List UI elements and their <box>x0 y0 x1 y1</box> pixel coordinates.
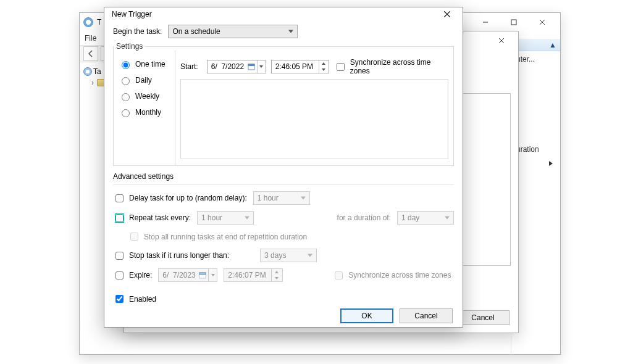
start-date-field[interactable] <box>208 60 246 73</box>
begin-task-label: Begin the task: <box>113 27 162 36</box>
expire-check[interactable]: Expire: <box>113 270 152 281</box>
collapse-up-icon[interactable]: ▲ <box>549 41 556 49</box>
sync-timezones-2-check: Synchronize across time zones <box>332 270 451 281</box>
dlg-title-text: New Trigger <box>112 10 152 19</box>
delay-select[interactable]: 1 hour <box>253 191 310 205</box>
stop-all-checkbox <box>130 233 138 241</box>
freq-monthly[interactable]: Monthly <box>119 107 170 117</box>
svg-rect-9 <box>248 64 254 66</box>
start-date-input[interactable] <box>207 60 266 73</box>
delay-checkbox[interactable] <box>115 194 124 202</box>
time-spinner[interactable] <box>319 60 329 73</box>
close-button[interactable] <box>528 13 556 31</box>
radio-one-time[interactable] <box>122 61 130 69</box>
maximize-button[interactable] <box>500 13 528 31</box>
settings-legend: Settings <box>114 42 145 51</box>
advanced-settings-label: Advanced settings <box>113 172 454 181</box>
sync-checkbox[interactable] <box>337 63 345 71</box>
freq-daily[interactable]: Daily <box>119 75 170 85</box>
radio-daily[interactable] <box>122 77 130 85</box>
frequency-radios: One time Daily Weekly Monthly <box>114 51 175 165</box>
duration-select[interactable]: 1 day <box>397 211 454 225</box>
advanced-settings: Delay task for up to (random delay): 1 h… <box>113 184 454 305</box>
repeat-check[interactable]: Repeat task every: <box>113 212 191 224</box>
dlg-close-button[interactable] <box>437 7 458 21</box>
expire-time-field[interactable] <box>224 269 271 281</box>
play-icon <box>549 161 553 166</box>
stop-if-checkbox[interactable] <box>115 252 124 260</box>
svg-rect-11 <box>199 273 206 275</box>
delay-check[interactable]: Delay task for up to (random delay): <box>113 192 247 204</box>
enabled-checkbox[interactable] <box>115 295 124 303</box>
expire-date-dropdown[interactable] <box>208 269 217 281</box>
repeat-checkbox[interactable] <box>115 214 124 222</box>
date-dropdown-button[interactable] <box>257 60 266 73</box>
spin-down-icon[interactable] <box>319 67 329 73</box>
stop-all-check: Stop all running tasks at end of repetit… <box>128 231 307 242</box>
expire-date-input[interactable] <box>158 268 217 282</box>
start-label: Start: <box>180 62 202 71</box>
dlg-titlebar: New Trigger <box>104 7 463 21</box>
tree-root-label: Ta <box>93 67 101 76</box>
clock-small-icon <box>83 67 92 76</box>
freq-weekly[interactable]: Weekly <box>119 91 170 101</box>
enabled-check[interactable]: Enabled <box>113 293 156 305</box>
expire-time-spinner[interactable] <box>271 269 281 281</box>
mid-close-button[interactable] <box>487 33 516 49</box>
repeat-interval-select[interactable]: 1 hour <box>197 211 254 225</box>
mid-cancel-button[interactable]: Cancel <box>456 310 509 325</box>
expire-checkbox[interactable] <box>115 271 124 279</box>
calendar-icon <box>246 61 257 72</box>
dlg-footer: OK Cancel <box>104 305 463 327</box>
start-time-field[interactable] <box>272 60 319 73</box>
freq-one-time[interactable]: One time <box>119 59 170 69</box>
new-trigger-dialog: New Trigger Begin the task: On a schedul… <box>104 7 463 328</box>
nav-back-button[interactable] <box>83 46 98 61</box>
chevron-right-icon: › <box>90 78 96 87</box>
duration-label: for a duration of: <box>337 213 391 222</box>
begin-task-select[interactable]: On a schedule <box>168 25 298 38</box>
cancel-button[interactable]: Cancel <box>400 308 453 323</box>
minimize-button[interactable] <box>471 13 500 31</box>
sync2-checkbox <box>335 271 343 279</box>
sync-timezones-check[interactable]: Synchronize across time zones <box>334 58 448 75</box>
menu-file[interactable]: File <box>85 34 96 43</box>
radio-weekly[interactable] <box>122 93 130 101</box>
settings-group: Settings One time Daily Weekly Monthly S… <box>113 42 454 166</box>
start-time-input[interactable] <box>271 60 329 73</box>
schedule-detail-panel <box>180 79 448 159</box>
stop-if-check[interactable]: Stop task if it runs longer than: <box>113 250 229 262</box>
bg-title-text: T <box>97 18 101 27</box>
spin-up-icon[interactable] <box>319 60 329 67</box>
expire-date-field[interactable] <box>159 269 197 281</box>
calendar-icon <box>197 270 208 281</box>
radio-monthly[interactable] <box>122 109 130 117</box>
ok-button[interactable]: OK <box>340 308 393 323</box>
svg-rect-1 <box>511 20 516 25</box>
stop-if-select[interactable]: 3 days <box>260 249 317 262</box>
expire-time-input[interactable] <box>224 268 283 282</box>
clock-icon <box>83 17 93 27</box>
